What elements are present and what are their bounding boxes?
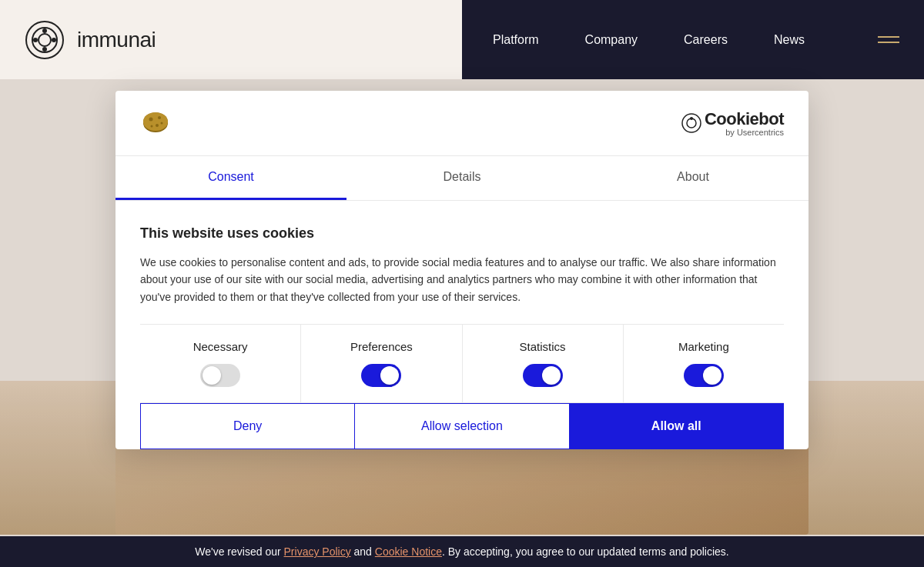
category-marketing-label: Marketing: [678, 340, 729, 353]
nav-item-news[interactable]: News: [774, 33, 805, 47]
cookiebot-text-group: Cookiebot by Usercentrics: [705, 109, 784, 137]
svg-point-5: [42, 47, 47, 52]
cookie-categories: Necessary Preferences Statistics: [140, 324, 784, 403]
hamburger-line-2: [878, 42, 899, 43]
cookie-consent-modal: Cookiebot by Usercentrics Consent Detail…: [116, 91, 808, 449]
notice-text-mid: and: [351, 545, 375, 558]
toggle-marketing-knob: [703, 366, 721, 385]
cookiebot-name: Cookiebot: [705, 109, 784, 128]
logo-text: immunai: [77, 28, 156, 52]
category-necessary: Necessary: [140, 325, 301, 402]
category-necessary-label: Necessary: [193, 340, 248, 353]
toggle-necessary[interactable]: [200, 364, 240, 387]
cookie-title: This website uses cookies: [140, 225, 784, 242]
cookie-notice-link[interactable]: Cookie Notice: [375, 545, 442, 558]
svg-point-9: [143, 112, 168, 131]
privacy-policy-link[interactable]: Privacy Policy: [284, 545, 351, 558]
svg-point-17: [690, 117, 693, 120]
category-preferences: Preferences: [301, 325, 462, 402]
toggle-marketing[interactable]: [684, 364, 724, 387]
svg-point-3: [42, 28, 47, 33]
category-preferences-label: Preferences: [350, 340, 413, 353]
cookiebot-sub: by Usercentrics: [705, 128, 784, 137]
tab-consent[interactable]: Consent: [116, 156, 346, 200]
notice-text-before: We've revised our: [195, 545, 283, 558]
hamburger-line-1: [878, 36, 899, 38]
svg-point-2: [38, 34, 51, 46]
category-marketing: Marketing: [624, 325, 784, 402]
tab-details[interactable]: Details: [346, 156, 578, 200]
svg-point-13: [151, 125, 153, 128]
bottom-notice: We've revised our Privacy Policy and Coo…: [0, 536, 924, 567]
hamburger-menu[interactable]: [878, 36, 899, 43]
toggle-statistics[interactable]: [523, 364, 563, 387]
notice-text-after: . By accepting, you agree to our updated…: [442, 545, 729, 558]
cookiebot-icon: [681, 113, 701, 133]
allow-all-button[interactable]: Allow all: [570, 403, 784, 449]
toggle-statistics-knob: [542, 366, 561, 385]
modal-header: Cookiebot by Usercentrics: [116, 91, 808, 156]
cookie-icon: [140, 106, 171, 140]
allow-selection-button[interactable]: Allow selection: [355, 403, 569, 449]
deny-button[interactable]: Deny: [140, 403, 355, 449]
svg-point-4: [52, 38, 56, 42]
svg-point-10: [149, 118, 153, 122]
svg-point-11: [158, 116, 161, 119]
cookiebot-brand: Cookiebot by Usercentrics: [681, 109, 784, 137]
svg-point-12: [156, 124, 159, 127]
category-statistics-label: Statistics: [520, 340, 566, 353]
toggle-preferences[interactable]: [361, 364, 401, 387]
toggle-preferences-knob: [380, 366, 399, 385]
svg-point-14: [161, 122, 163, 125]
toggle-necessary-knob: [203, 366, 221, 385]
nav-item-careers[interactable]: Careers: [684, 33, 728, 47]
category-statistics: Statistics: [463, 325, 624, 402]
cookiebot-logo: Cookiebot by Usercentrics: [681, 109, 784, 137]
modal-tabs: Consent Details About: [116, 156, 808, 201]
nav-item-company[interactable]: Company: [585, 33, 638, 47]
modal-actions: Deny Allow selection Allow all: [140, 403, 784, 449]
tab-about[interactable]: About: [578, 156, 808, 200]
navbar: immunai Platform Company Careers News: [0, 0, 924, 79]
svg-point-6: [33, 38, 38, 42]
navbar-left: immunai: [0, 0, 462, 79]
modal-content: This website uses cookies We use cookies…: [116, 201, 808, 449]
nav-item-platform[interactable]: Platform: [493, 33, 539, 47]
cookie-description: We use cookies to personalise content an…: [140, 254, 784, 305]
logo-icon: [25, 20, 65, 60]
navbar-right: Platform Company Careers News: [462, 0, 924, 79]
